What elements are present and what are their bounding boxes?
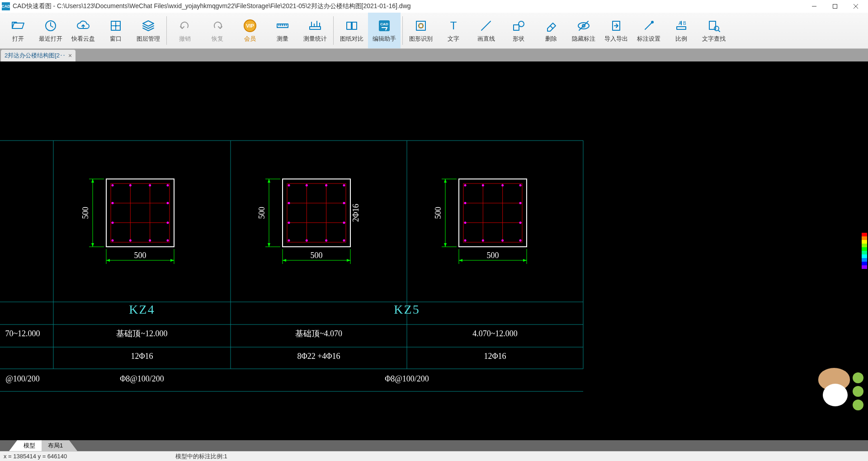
svg-point-72 — [112, 221, 114, 224]
svg-point-97 — [288, 202, 290, 204]
svg-point-21 — [519, 21, 524, 27]
toolbar-scale-button[interactable]: AB比例 — [665, 13, 698, 48]
svg-point-120 — [482, 184, 484, 187]
toolbar-edit-assist-button[interactable]: CAD编辑助手 — [368, 13, 401, 48]
svg-point-94 — [325, 184, 327, 187]
toolbar-clock-button[interactable]: 最近打开 — [34, 13, 67, 48]
file-tab-label: 2邦达办公楼结构图[2‥ — [5, 52, 66, 60]
svg-text:500: 500 — [487, 251, 499, 260]
svg-line-19 — [481, 21, 491, 30]
clock-icon — [43, 19, 58, 33]
svg-line-34 — [718, 30, 720, 32]
svg-text:@100/200: @100/200 — [5, 374, 40, 383]
svg-rect-111 — [463, 183, 522, 242]
svg-line-22 — [550, 26, 553, 28]
toolbar-label: 窗口 — [110, 35, 122, 43]
minimize-button[interactable] — [804, 0, 825, 13]
svg-text:500: 500 — [434, 207, 443, 219]
svg-text:500: 500 — [257, 207, 266, 219]
svg-text:2Φ16: 2Φ16 — [351, 204, 360, 222]
maximize-button[interactable] — [825, 0, 845, 13]
svg-text:70~12.000: 70~12.000 — [5, 329, 40, 338]
svg-rect-15 — [416, 21, 425, 30]
toolbar-undo-button[interactable]: 撤销 — [169, 13, 201, 48]
layers-icon — [141, 19, 156, 33]
toolbar-vip-button[interactable]: VIP会员 — [234, 13, 266, 48]
toolbar-eraser-button[interactable]: 删除 — [535, 13, 567, 48]
toolbar-shape-detect-button[interactable]: 图形识别 — [405, 13, 437, 48]
toolbar-ruler-button[interactable]: 测量 — [266, 13, 299, 48]
svg-point-27 — [651, 21, 654, 24]
mascot-avatar[interactable] — [814, 368, 863, 418]
layout-tabs: 模型 布局1 — [0, 440, 868, 451]
scale-display: 模型中的标注比例:1 — [175, 452, 227, 461]
svg-rect-83 — [283, 179, 350, 247]
toolbar-cloud-button[interactable]: 快看云盘 — [67, 13, 99, 48]
close-tab-icon[interactable]: × — [68, 52, 72, 59]
vip-icon: VIP — [243, 19, 257, 33]
toolbar-window-button[interactable]: 窗口 — [99, 13, 132, 48]
svg-text:12Φ16: 12Φ16 — [484, 352, 506, 361]
toolbar-folder-open-button[interactable]: 打开 — [2, 13, 34, 48]
toolbar-label: 比例 — [675, 35, 687, 43]
toolbar-shapes-button[interactable]: 形状 — [502, 13, 535, 48]
toolbar-label: 删除 — [545, 35, 557, 43]
toolbar-redo-button[interactable]: 恢复 — [201, 13, 234, 48]
toolbar-import-export-button[interactable]: 导入导出 — [600, 13, 632, 48]
svg-point-127 — [519, 221, 522, 224]
svg-point-91 — [288, 240, 290, 242]
toolbar-separator — [166, 16, 167, 45]
svg-point-124 — [464, 202, 467, 204]
toolbar-label: 恢复 — [212, 35, 223, 43]
svg-point-99 — [343, 202, 345, 204]
svg-point-93 — [306, 184, 308, 187]
svg-point-67 — [129, 184, 132, 187]
toolbar-layers-button[interactable]: 图层管理 — [132, 13, 165, 48]
toolbar-compare-button[interactable]: 图纸对比 — [335, 13, 368, 48]
redo-icon — [210, 19, 225, 33]
model-tab[interactable]: 模型 — [17, 440, 42, 451]
svg-point-74 — [167, 221, 169, 224]
color-palette[interactable] — [862, 233, 867, 269]
toolbar-hide-anno-button[interactable]: 隐藏标注 — [567, 13, 600, 48]
shapes-icon — [511, 19, 526, 33]
svg-point-73 — [167, 202, 169, 204]
file-tab[interactable]: 2邦达办公楼结构图[2‥ × — [1, 50, 75, 61]
toolbar-find-text-button[interactable]: 文字查找 — [698, 13, 730, 48]
toolbar-label: 图纸对比 — [340, 35, 363, 43]
svg-rect-20 — [514, 25, 519, 30]
coordinates-display: x = 1385414 y = 646140 — [4, 453, 175, 460]
toolbar-label: 导入导出 — [604, 35, 628, 43]
toolbar-label: 测量统计 — [303, 35, 327, 43]
toolbar-text-button[interactable]: T文字 — [437, 13, 470, 48]
drawing-canvas[interactable]: KZ4 KZ5 70~12.000 基础顶~12.000 基础顶~4.070 4… — [0, 61, 868, 440]
svg-text:CAD: CAD — [380, 22, 388, 26]
svg-point-125 — [464, 221, 467, 224]
window-icon — [108, 19, 123, 33]
cloud-icon — [76, 19, 90, 33]
svg-point-70 — [149, 240, 151, 242]
toolbar-separator — [333, 16, 334, 45]
title-bar: CAD CAD快速看图 - C:\Users\123\Documents\WeC… — [0, 0, 868, 13]
toolbar-label: 撤销 — [179, 35, 191, 43]
svg-point-116 — [464, 184, 467, 187]
toolbar-anno-settings-button[interactable]: 标注设置 — [632, 13, 665, 48]
svg-text:B: B — [683, 21, 686, 26]
toolbar-line-button[interactable]: 画直线 — [470, 13, 502, 48]
layout1-tab[interactable]: 布局1 — [42, 440, 69, 451]
svg-rect-31 — [677, 27, 686, 29]
toolbar-ruler-stats-button[interactable]: 测量统计 — [299, 13, 331, 48]
close-button[interactable] — [845, 0, 866, 13]
svg-text:Φ8@100/200: Φ8@100/200 — [385, 374, 429, 383]
file-tab-bar: 2邦达办公楼结构图[2‥ × — [0, 49, 868, 61]
svg-point-117 — [519, 184, 522, 187]
toolbar-label: 文字查找 — [702, 35, 726, 43]
svg-rect-110 — [459, 179, 527, 247]
line-icon — [479, 19, 493, 33]
toolbar-label: 图层管理 — [137, 35, 160, 43]
svg-point-63 — [112, 184, 114, 187]
toolbar-label: 最近打开 — [39, 35, 62, 43]
svg-rect-17 — [419, 24, 423, 28]
hide-anno-icon — [576, 19, 591, 33]
toolbar-label: 画直线 — [477, 35, 495, 43]
